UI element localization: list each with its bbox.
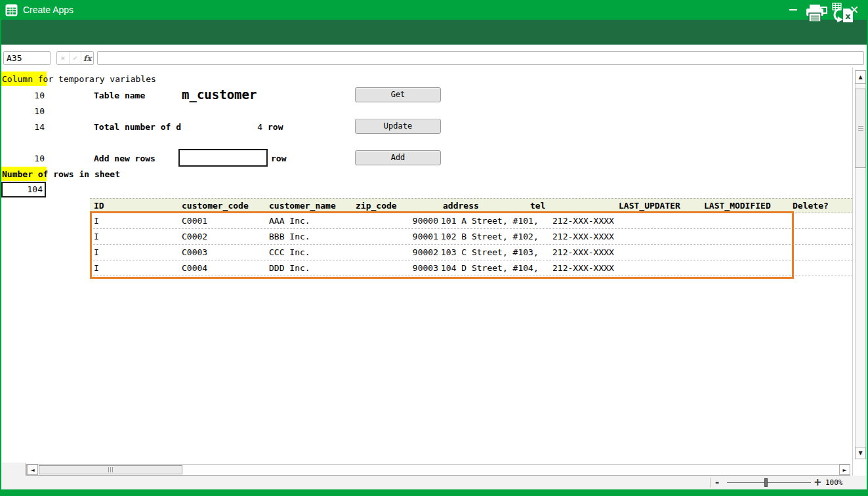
cell-customer-code[interactable]: C0001 [182, 213, 207, 228]
header-tel[interactable]: tel [530, 200, 545, 211]
cell-address[interactable]: 101 A Street, #101, [441, 213, 539, 228]
header-customer-name[interactable]: customer_name [269, 200, 336, 211]
cell-tel[interactable]: 212-XXX-XXXX [552, 229, 614, 244]
window-title: Create Apps [23, 5, 73, 15]
name-box[interactable] [3, 51, 51, 65]
print-button[interactable] [804, 2, 825, 24]
update-button[interactable]: Update [355, 119, 441, 134]
scroll-down-button[interactable]: ▼ [855, 447, 866, 459]
header-customer-code[interactable]: customer_code [182, 200, 249, 211]
table-row: I C0001 AAA Inc. 90000 101 A Street, #10… [90, 213, 853, 229]
header-zip-code[interactable]: zip_code [356, 200, 397, 211]
cell-zip-code[interactable]: 90000 [365, 213, 438, 228]
temp-value-cell[interactable]: 14 [13, 121, 45, 133]
cell-customer-code[interactable]: C0003 [182, 245, 207, 260]
cell-id[interactable]: I [94, 245, 99, 260]
temp-value-cell[interactable]: 10 [13, 106, 45, 117]
cell-zip-code[interactable]: 90002 [365, 245, 438, 260]
cell-customer-code[interactable]: C0004 [182, 260, 207, 276]
total-rows-unit: row [268, 121, 283, 133]
minimize-icon [789, 9, 797, 10]
cell-id[interactable]: I [94, 213, 99, 228]
cell-customer-name[interactable]: BBB Inc. [269, 229, 310, 244]
formula-input[interactable] [97, 51, 864, 65]
header-delete[interactable]: Delete? [793, 200, 829, 211]
table-row: I C0002 BBB Inc. 90001 102 B Street, #10… [90, 229, 853, 245]
cell-customer-name[interactable]: CCC Inc. [269, 245, 310, 260]
get-button[interactable]: Get [355, 87, 441, 102]
cell-zip-code[interactable]: 90003 [365, 260, 438, 276]
cell-id[interactable]: I [94, 229, 99, 244]
table-name-label[interactable]: Table name [94, 90, 145, 101]
scroll-up-icon: ▲ [858, 74, 862, 80]
add-rows-unit: row [271, 153, 286, 164]
app-icon [5, 4, 18, 16]
cell-customer-code[interactable]: C0002 [182, 229, 207, 244]
table-name-value[interactable]: m_customer [182, 87, 257, 102]
zoom-slider-track[interactable] [727, 482, 811, 483]
cell-tel[interactable]: 212-XXX-XXXX [552, 213, 614, 228]
header-address[interactable]: address [443, 200, 479, 211]
printer-icon [805, 4, 825, 22]
svg-text:x: x [845, 11, 851, 21]
scroll-left-button[interactable]: ◄ [27, 465, 38, 475]
cancel-icon[interactable]: ✕ [57, 52, 70, 64]
vertical-scrollbar-thumb[interactable] [855, 89, 866, 168]
horizontal-scrollbar-thumb[interactable] [39, 465, 182, 474]
cell-tel[interactable]: 212-XXX-XXXX [552, 260, 614, 276]
table-row: I C0003 CCC Inc. 90002 103 C Street, #10… [90, 245, 853, 260]
rows-in-sheet-label[interactable]: Number of rows in sheet [2, 169, 120, 180]
scroll-left-icon: ◄ [30, 467, 34, 473]
zoom-out-button[interactable]: - [715, 476, 719, 488]
header-last-updater[interactable]: LAST_UPDATER [619, 200, 680, 211]
scroll-right-icon: ► [842, 467, 846, 473]
formula-toolbar: ✕ ✓ fx [56, 51, 94, 65]
temp-vars-label[interactable]: Column for temporary variables [2, 73, 156, 85]
cell-id[interactable]: I [94, 260, 99, 276]
cell-zip-code[interactable]: 90001 [365, 229, 438, 244]
add-rows-input[interactable] [178, 149, 268, 167]
total-rows-value[interactable]: 4 [231, 121, 262, 133]
cell-tel[interactable]: 212-XXX-XXXX [552, 245, 614, 260]
zoom-level[interactable]: 100% [825, 478, 843, 487]
export-to-excel-button[interactable]: x [831, 2, 854, 24]
temp-value-cell[interactable]: 10 [13, 153, 45, 164]
minimize-button[interactable] [782, 0, 804, 20]
scroll-up-button[interactable]: ▲ [855, 70, 866, 84]
cell-address[interactable]: 102 B Street, #102, [441, 229, 539, 244]
insert-function-icon[interactable]: fx [81, 52, 93, 64]
total-rows-label[interactable]: Total number of d [94, 121, 181, 133]
cell-customer-name[interactable]: AAA Inc. [269, 213, 310, 228]
titlebar: Create Apps [0, 0, 868, 20]
cell-address[interactable]: 103 C Street, #103, [441, 245, 539, 260]
header-last-modified[interactable]: LAST_MODIFIED [704, 200, 771, 211]
table-row: I C0004 DDD Inc. 90003 104 D Street, #10… [90, 260, 853, 276]
cell-address[interactable]: 104 D Street, #104, [441, 260, 539, 276]
ribbon [0, 20, 868, 45]
content-scrollbar-divider [852, 68, 853, 476]
status-divider [710, 478, 711, 487]
zoom-in-button[interactable]: + [814, 476, 822, 488]
rows-in-sheet-value[interactable]: 104 [1, 182, 46, 197]
app-window: Create Apps ✕ [0, 0, 868, 496]
window-border-bottom [0, 489, 868, 496]
header-id[interactable]: ID [94, 200, 104, 211]
add-button[interactable]: Add [355, 150, 441, 165]
zoom-slider-thumb[interactable] [764, 478, 768, 487]
enter-icon[interactable]: ✓ [70, 52, 82, 64]
add-rows-label[interactable]: Add new rows [94, 153, 155, 164]
scroll-right-button[interactable]: ► [839, 465, 850, 475]
excel-export-icon: x [831, 3, 854, 24]
window-border-left [0, 0, 1, 496]
scroll-down-icon: ▼ [858, 450, 862, 456]
cell-customer-name[interactable]: DDD Inc. [269, 260, 310, 276]
temp-value-cell[interactable]: 10 [13, 90, 45, 101]
